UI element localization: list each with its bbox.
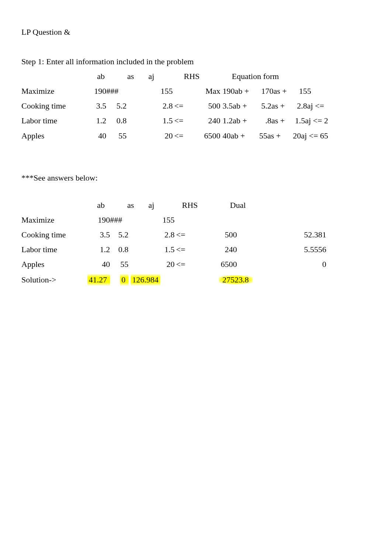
t1-labor-ab: 1.2 xyxy=(86,114,106,127)
t1-max-rhs: Max xyxy=(198,85,220,97)
t2-labor-op: <= xyxy=(175,243,189,256)
table1-header-row: ab as aj RHS Equation form xyxy=(21,70,371,83)
t1-apples-rhs: 6500 xyxy=(198,130,220,142)
t1-apples-label: Apples xyxy=(21,130,86,142)
t1-max-as: ### xyxy=(106,85,127,97)
t2-row-solution: Solution-> 41.27 0 126.984 27523.8 xyxy=(21,273,371,287)
step1-heading: Step 1: Enter all information included i… xyxy=(21,55,371,68)
t2-cook-rhs: 500 xyxy=(200,229,237,241)
highlight-icon: 27523.8 xyxy=(219,273,253,287)
t2-apples-as: 55 xyxy=(110,258,128,271)
hdr2-as: as xyxy=(112,199,134,212)
t2-max-val: 155 xyxy=(141,214,175,226)
t2-sol-as: 0 xyxy=(110,274,128,286)
t1-max-val: 155 xyxy=(141,85,173,97)
t1-row-maximize: Maximize 190 ### 155 Max 190ab + 170as +… xyxy=(21,85,371,97)
t1-cook-ab: 3.5 xyxy=(86,100,106,112)
t1-cook-val: 2.8 xyxy=(141,100,173,112)
t1-row-apples: Apples 40 55 20 <= 6500 40ab + 55as + 20… xyxy=(21,130,371,142)
highlight-icon: 41.27 xyxy=(87,274,110,286)
hdr1-rhs: RHS xyxy=(184,70,217,83)
t2-max-label: Maximize xyxy=(21,214,86,226)
t2-row-apples: Apples 40 55 20 <= 6500 0 xyxy=(21,258,371,271)
highlight-icon: 0 xyxy=(120,274,128,286)
t2-sol-ab: 41.27 xyxy=(86,274,110,286)
t2-labor-val: 1.5 xyxy=(141,243,175,256)
t2-apples-op: <= xyxy=(175,258,189,271)
t2-apples-dual: 0 xyxy=(237,258,371,271)
t2-sol-label: Solution-> xyxy=(21,274,86,286)
t1-cook-label: Cooking time xyxy=(21,100,86,112)
t2-cook-val: 2.8 xyxy=(141,229,175,241)
hdr2-dual: Dual xyxy=(230,199,371,212)
t1-cook-as: 5.2 xyxy=(106,100,127,112)
t1-max-ab: 190 xyxy=(86,85,106,97)
t2-cook-label: Cooking time xyxy=(21,229,86,241)
t1-cook-eq: 3.5ab + 5.2as + 2.8aj <= xyxy=(220,100,371,112)
see-answers: ***See answers below: xyxy=(21,172,371,184)
t2-apples-label: Apples xyxy=(21,258,86,271)
hdr1-ab: ab xyxy=(97,70,112,83)
hdr2-aj: aj xyxy=(134,199,154,212)
t1-labor-label: Labor time xyxy=(21,114,86,127)
t2-sol-rhs: 27523.8 xyxy=(219,273,256,287)
hdr1-aj: aj xyxy=(134,70,154,83)
t2-sol-aj: 126.984 xyxy=(128,274,160,286)
page-title: LP Question & xyxy=(21,26,371,38)
t1-labor-rhs: 240 xyxy=(198,114,220,127)
t2-max-ab: 190 xyxy=(86,214,110,226)
t1-max-label: Maximize xyxy=(21,85,86,97)
t2-labor-dual: 5.5556 xyxy=(237,243,371,256)
t1-row-cooking: Cooking time 3.5 5.2 2.8 <= 500 3.5ab + … xyxy=(21,100,371,112)
hdr2-ab: ab xyxy=(97,199,112,212)
t1-labor-op: <= xyxy=(173,114,187,127)
hdr1-as: as xyxy=(112,70,134,83)
t1-labor-as: 0.8 xyxy=(106,114,127,127)
t1-labor-val: 1.5 xyxy=(141,114,173,127)
highlight-icon: 126.984 xyxy=(131,274,160,286)
t2-labor-as: 0.8 xyxy=(110,243,128,256)
t2-row-cooking: Cooking time 3.5 5.2 2.8 <= 500 52.381 xyxy=(21,229,371,241)
t1-apples-as: 55 xyxy=(106,130,127,142)
t2-cook-dual: 52.381 xyxy=(237,229,371,241)
t2-row-labor: Labor time 1.2 0.8 1.5 <= 240 5.5556 xyxy=(21,243,371,256)
hdr1-eq: Equation form xyxy=(217,70,371,83)
t2-apples-val: 20 xyxy=(141,258,175,271)
hdr2-rhs: RHS xyxy=(182,199,230,212)
t1-row-labor: Labor time 1.2 0.8 1.5 <= 240 1.2ab + .8… xyxy=(21,114,371,127)
t2-labor-label: Labor time xyxy=(21,243,86,256)
t2-row-maximize: Maximize 190 ### 155 xyxy=(21,214,371,226)
t1-cook-rhs: 500 xyxy=(198,100,220,112)
t1-cook-op: <= xyxy=(173,100,187,112)
table2-header-row: ab as aj RHS Dual xyxy=(21,199,371,212)
t1-apples-ab: 40 xyxy=(86,130,106,142)
t1-apples-op: <= xyxy=(173,130,187,142)
t2-cook-ab: 3.5 xyxy=(86,229,110,241)
t2-labor-rhs: 240 xyxy=(200,243,237,256)
t2-labor-ab: 1.2 xyxy=(86,243,110,256)
t1-labor-eq: 1.2ab + .8as + 1.5aj <= 2 xyxy=(220,114,371,127)
t1-apples-val: 20 xyxy=(141,130,173,142)
t1-apples-eq: 40ab + 55as + 20aj <= 65 xyxy=(220,130,371,142)
t2-cook-op: <= xyxy=(175,229,189,241)
t2-apples-rhs: 6500 xyxy=(200,258,237,271)
t2-apples-ab: 40 xyxy=(86,258,110,271)
t2-cook-as: 5.2 xyxy=(110,229,128,241)
t2-max-as: ### xyxy=(110,214,128,226)
t1-max-eq: 190ab + 170as + 155 xyxy=(220,85,371,97)
